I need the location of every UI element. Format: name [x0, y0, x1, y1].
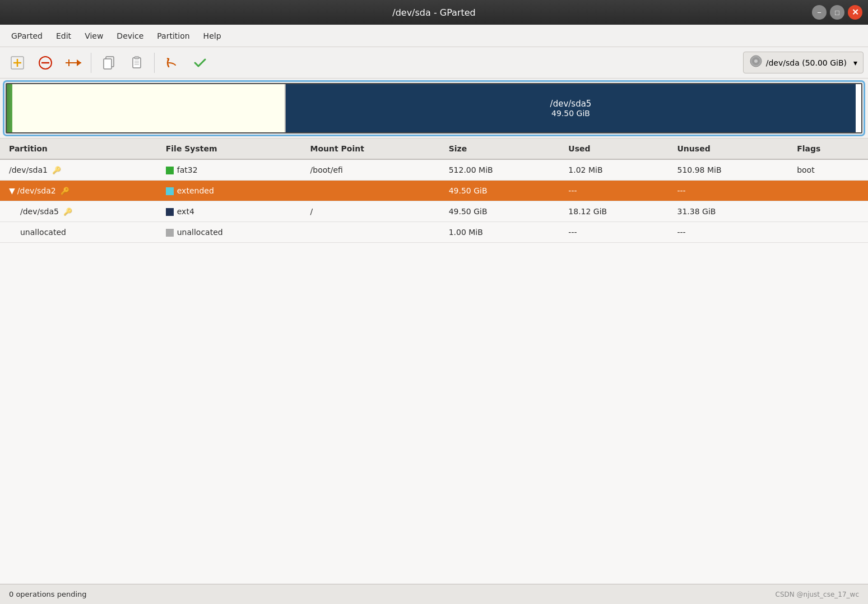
partition-filesystem: unallocated: [157, 222, 301, 243]
apply-button[interactable]: [187, 51, 213, 75]
partition-name: /dev/sda5 🔑: [0, 201, 157, 222]
partition-size: 512.00 MiB: [440, 159, 560, 181]
partition-size: 49.50 GiB: [440, 181, 560, 201]
partition-used: 18.12 GiB: [559, 201, 668, 222]
expand-icon: ▼: [9, 186, 15, 195]
partition-flags: [788, 181, 868, 201]
col-header-partition: Partition: [0, 139, 157, 159]
disk-segment-sda5[interactable]: /dev/sda5 49.50 GiB: [286, 84, 856, 132]
partition-unused: 31.38 GiB: [669, 201, 788, 222]
col-header-mountpoint: Mount Point: [301, 139, 440, 159]
partition-unused: ---: [669, 222, 788, 243]
svg-point-17: [754, 59, 758, 63]
partition-mountpoint: [301, 222, 440, 243]
partition-used: ---: [559, 222, 668, 243]
partition-size: 49.50 GiB: [440, 201, 560, 222]
table-header-row: Partition File System Mount Point Size U…: [0, 139, 868, 159]
partition-used: 1.02 MiB: [559, 159, 668, 181]
menubar: GParted Edit View Device Partition Help: [0, 25, 868, 47]
menu-gparted[interactable]: GParted: [6, 29, 48, 43]
chevron-down-icon: ▾: [853, 58, 857, 67]
statusbar: 0 operations pending CSDN @njust_cse_17_…: [0, 584, 868, 604]
table-row[interactable]: ▼/dev/sda2 🔑 extended 49.50 GiB --- ---: [0, 181, 868, 201]
resize-move-button[interactable]: [61, 51, 86, 75]
device-label: /dev/sda (50.00 GiB): [766, 58, 847, 67]
partition-filesystem: ext4: [157, 201, 301, 222]
key-icon: 🔑: [52, 166, 61, 174]
key-icon: 🔑: [61, 187, 69, 195]
minimize-button[interactable]: −: [812, 5, 827, 20]
menu-view[interactable]: View: [79, 29, 109, 43]
titlebar: /dev/sda - GParted − □ ✕: [0, 0, 868, 25]
device-selector[interactable]: /dev/sda (50.00 GiB) ▾: [743, 52, 864, 73]
partition-table-container: Partition File System Mount Point Size U…: [0, 139, 868, 584]
sda5-label: /dev/sda5: [550, 99, 592, 109]
new-partition-button[interactable]: [4, 51, 30, 75]
svg-rect-11: [134, 57, 139, 59]
table-row[interactable]: unallocated unallocated 1.00 MiB --- ---: [0, 222, 868, 243]
table-row[interactable]: /dev/sda1 🔑 fat32 /boot/efi 512.00 MiB 1…: [0, 159, 868, 181]
partition-name: /dev/sda1 🔑: [0, 159, 157, 181]
partition-flags: boot: [788, 159, 868, 181]
svg-marker-6: [77, 59, 81, 66]
menu-device[interactable]: Device: [111, 29, 149, 43]
partition-filesystem: extended: [157, 181, 301, 201]
toolbar: /dev/sda (50.00 GiB) ▾: [0, 47, 868, 79]
table-row[interactable]: /dev/sda5 🔑 ext4 / 49.50 GiB 18.12 GiB 3…: [0, 201, 868, 222]
col-header-used: Used: [559, 139, 668, 159]
sda5-size: 49.50 GiB: [551, 109, 590, 118]
filesystem-color-box: [166, 187, 174, 195]
menu-partition[interactable]: Partition: [151, 29, 195, 43]
copy-button[interactable]: [96, 51, 122, 75]
disk-left-bar: [7, 84, 12, 132]
filesystem-color-box: [166, 208, 174, 216]
partition-table: Partition File System Mount Point Size U…: [0, 139, 868, 243]
partition-flags: [788, 201, 868, 222]
disk-segment-sda1[interactable]: [12, 84, 286, 132]
partition-mountpoint: /: [301, 201, 440, 222]
delete-partition-button[interactable]: [33, 51, 58, 75]
disk-visual-container: /dev/sda5 49.50 GiB: [0, 79, 868, 139]
window-controls: − □ ✕: [812, 5, 862, 20]
undo-button[interactable]: [159, 51, 185, 75]
svg-rect-9: [104, 59, 112, 69]
filesystem-color-box: [166, 229, 174, 237]
key-icon: 🔑: [63, 208, 72, 216]
window-title: /dev/sda - GParted: [392, 7, 475, 18]
col-header-flags: Flags: [788, 139, 868, 159]
col-header-size: Size: [440, 139, 560, 159]
col-header-unused: Unused: [669, 139, 788, 159]
toolbar-separator-2: [154, 53, 155, 73]
toolbar-separator-1: [91, 53, 91, 73]
partition-mountpoint: [301, 181, 440, 201]
menu-help[interactable]: Help: [198, 29, 227, 43]
close-button[interactable]: ✕: [848, 5, 862, 20]
disk-icon: [749, 54, 763, 71]
disk-visual: /dev/sda5 49.50 GiB: [6, 83, 862, 133]
maximize-button[interactable]: □: [830, 5, 844, 20]
partition-mountpoint: /boot/efi: [301, 159, 440, 181]
partition-used: ---: [559, 181, 668, 201]
disk-right-spacer: [856, 84, 861, 132]
partition-name: unallocated: [0, 222, 157, 243]
paste-button[interactable]: [124, 51, 150, 75]
partition-flags: [788, 222, 868, 243]
col-header-filesystem: File System: [157, 139, 301, 159]
partition-unused: 510.98 MiB: [669, 159, 788, 181]
filesystem-color-box: [166, 167, 174, 174]
partition-size: 1.00 MiB: [440, 222, 560, 243]
operations-status: 0 operations pending: [9, 590, 87, 598]
partition-unused: ---: [669, 181, 788, 201]
partition-name: ▼/dev/sda2 🔑: [0, 181, 157, 201]
watermark: CSDN @njust_cse_17_wc: [776, 591, 859, 598]
partition-filesystem: fat32: [157, 159, 301, 181]
menu-edit[interactable]: Edit: [50, 29, 77, 43]
